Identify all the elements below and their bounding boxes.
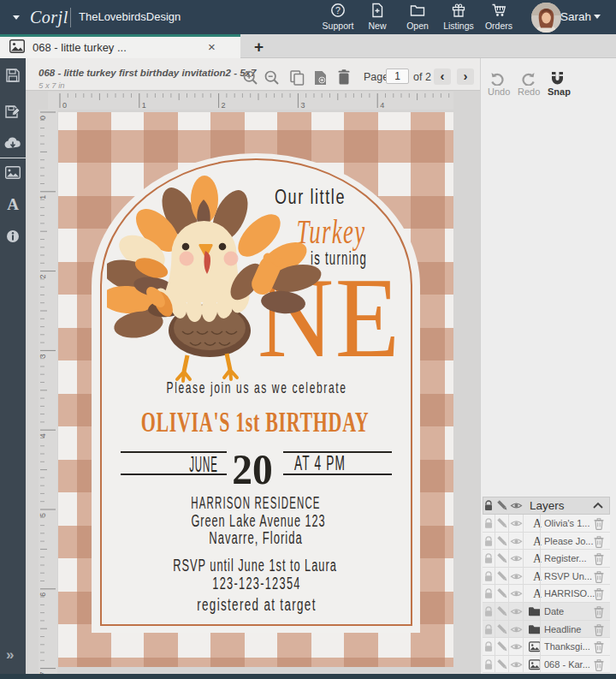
- svg-text:2: 2: [222, 101, 226, 110]
- svg-text:1: 1: [142, 101, 146, 110]
- svg-text:3: 3: [38, 354, 47, 358]
- svg-text:4: 4: [38, 433, 47, 438]
- svg-text:5: 5: [38, 513, 47, 517]
- svg-text:0: 0: [38, 116, 47, 120]
- svg-text:3: 3: [300, 101, 305, 110]
- svg-text:0: 0: [62, 101, 67, 110]
- svg-text:2: 2: [38, 275, 47, 279]
- svg-text:1: 1: [38, 195, 47, 200]
- svg-text:4: 4: [380, 101, 384, 110]
- svg-text:6: 6: [38, 593, 47, 597]
